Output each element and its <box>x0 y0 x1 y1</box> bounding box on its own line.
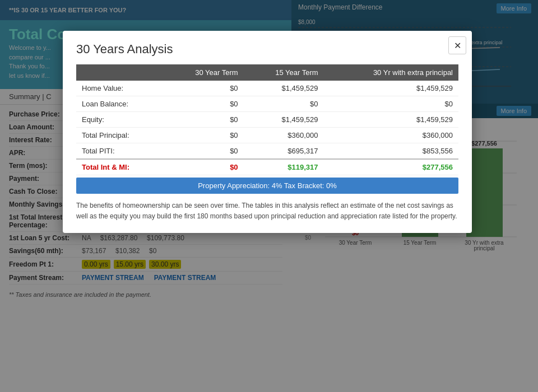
col-header-30yr: 30 Year Term <box>164 64 244 81</box>
table-header-row: 30 Year Term 15 Year Term 30 Yr with ext… <box>76 64 458 81</box>
row-val-int-extra: $277,556 <box>324 159 458 175</box>
modal-description: The benefits of homeownership can be see… <box>76 200 458 222</box>
table-row-total-int: Total Int & MI: $0 $119,317 $277,556 <box>76 159 458 175</box>
row-val-equity-30: $0 <box>164 112 244 128</box>
row-val-piti-extra: $853,556 <box>324 143 458 160</box>
row-val-loan-30: $0 <box>164 96 244 112</box>
table-row: Home Value: $0 $1,459,529 $1,459,529 <box>76 81 458 96</box>
table-row: Total Principal: $0 $360,000 $360,000 <box>76 128 458 143</box>
row-val-piti-30: $0 <box>164 143 244 160</box>
row-val-principal-extra: $360,000 <box>324 128 458 143</box>
table-row: Loan Balance: $0 $0 $0 <box>76 96 458 112</box>
row-val-home-30: $0 <box>164 81 244 96</box>
row-val-int-15: $119,317 <box>244 159 324 175</box>
row-val-loan-extra: $0 <box>324 96 458 112</box>
col-header-label <box>76 64 164 81</box>
row-label-total-principal: Total Principal: <box>76 128 164 143</box>
table-row: Total PITI: $0 $695,317 $853,556 <box>76 143 458 160</box>
row-val-equity-15: $1,459,529 <box>244 112 324 128</box>
row-label-total-piti: Total PITI: <box>76 143 164 160</box>
table-row: Equity: $0 $1,459,529 $1,459,529 <box>76 112 458 128</box>
row-label-home-value: Home Value: <box>76 81 164 96</box>
modal-close-button[interactable]: ✕ <box>448 36 466 54</box>
row-val-home-extra: $1,459,529 <box>324 81 458 96</box>
row-val-principal-15: $360,000 <box>244 128 324 143</box>
analysis-modal: ✕ 30 Years Analysis 30 Year Term 15 Year… <box>63 31 472 233</box>
col-header-15yr: 15 Year Term <box>244 64 324 81</box>
row-label-loan-balance: Loan Balance: <box>76 96 164 112</box>
row-label-total-int: Total Int & MI: <box>76 159 164 175</box>
modal-title: 30 Years Analysis <box>76 42 458 57</box>
row-val-loan-15: $0 <box>244 96 324 112</box>
row-val-principal-30: $0 <box>164 128 244 143</box>
row-val-int-30: $0 <box>164 159 244 175</box>
row-label-equity: Equity: <box>76 112 164 128</box>
row-val-equity-extra: $1,459,529 <box>324 112 458 128</box>
row-val-home-15: $1,459,529 <box>244 81 324 96</box>
row-val-piti-15: $695,317 <box>244 143 324 160</box>
analysis-table: 30 Year Term 15 Year Term 30 Yr with ext… <box>76 64 458 175</box>
appreciation-bar: Property Appreciation: 4% Tax Bracket: 0… <box>76 178 458 194</box>
col-header-30extra: 30 Yr with extra principal <box>324 64 458 81</box>
